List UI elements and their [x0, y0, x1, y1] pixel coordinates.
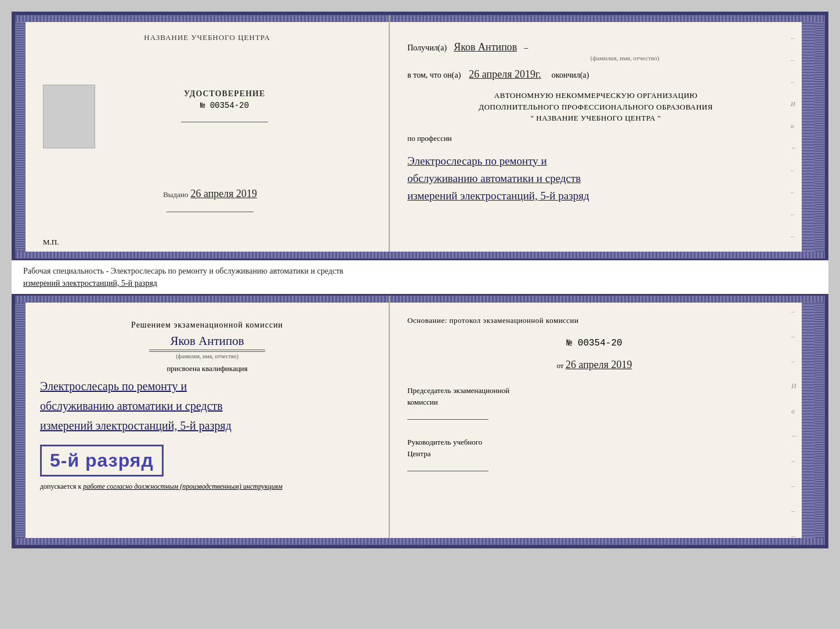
signature-line-top — [181, 122, 268, 122]
vydano-line — [166, 212, 254, 212]
right-dashes: –––Иа←–––– — [791, 27, 797, 247]
center-spine — [802, 15, 814, 259]
recipient-name-top: Яков Антипов — [454, 41, 517, 53]
ot-label: от — [557, 361, 564, 370]
rukovoditel-block: Руководитель учебного Центра — [407, 437, 781, 471]
rukovoditel-line2: Центра — [407, 448, 781, 460]
org-line3: " НАЗВАНИЕ УЧЕБНОГО ЦЕНТРА " — [407, 112, 784, 124]
profession-text: Электрослесарь по ремонту и обслуживанию… — [407, 152, 784, 205]
profession-line1: Электрослесарь по ремонту и — [407, 152, 784, 170]
qual-line2: обслуживанию автоматики и средств — [40, 396, 374, 416]
top-certificate: НАЗВАНИЕ УЧЕБНОГО ЦЕНТРА УДОСТОВЕРЕНИЕ №… — [12, 12, 828, 260]
dopuskaetsya-text: допускается к работе согласно должностны… — [40, 481, 374, 492]
specialty-line2: измерений электростанций, 5-й разряд — [23, 279, 157, 288]
left-spine — [15, 15, 26, 259]
vtom-line: в том, что он(а) 26 апреля 2019г. окончи… — [407, 68, 784, 81]
vydano-block: Выдано 26 апреля 2019 — [43, 188, 377, 212]
qual-line3: измерений электростанций, 5-й разряд — [40, 416, 374, 435]
dopuskaetsya-value: работе согласно должностным (производств… — [83, 482, 283, 490]
udostoverenie-block: УДОСТОВЕРЕНИЕ № 00354-20 — [181, 89, 268, 122]
right-spine-bottom — [814, 296, 825, 545]
certificate-right-page: Получил(а) Яков Антипов – (фамилия, имя,… — [390, 15, 802, 259]
specialty-text-section: Рабочая специальность - Электрослесарь п… — [12, 260, 828, 294]
chairman-line2: комиссии — [407, 397, 781, 408]
qual-line1: Электрослесарь по ремонту и — [40, 376, 374, 396]
org-line1: АВТОНОМНУЮ НЕКОММЕРЧЕСКУЮ ОРГАНИЗАЦИЮ — [407, 90, 784, 101]
udostoverenie-title: УДОСТОВЕРЕНИЕ — [181, 89, 268, 99]
poprofessii-label: по профессии — [407, 134, 784, 143]
vtom-label: в том, что он(а) — [407, 71, 461, 80]
org-name-top: НАЗВАНИЕ УЧЕБНОГО ЦЕНТРА — [144, 32, 270, 43]
protocol-number: № 00354-20 — [407, 338, 781, 348]
cert-number-top: № 00354-20 — [181, 101, 268, 110]
profession-line3: измерений электростанций, 5-й разряд — [407, 187, 784, 205]
number-label: № — [567, 338, 573, 348]
org-line2: ДОПОЛНИТЕЛЬНОГО ПРОФЕССИОНАЛЬНОГО ОБРАЗО… — [407, 101, 784, 113]
bottom-left-page: Решением экзаменационной комиссии Яков А… — [26, 296, 390, 545]
right-spine — [814, 15, 825, 259]
qualification-text: Электрослесарь по ремонту и обслуживанию… — [40, 376, 374, 435]
dash-col-bottom: –––Иа←–––– — [791, 307, 798, 540]
protocol-num-value: 00354-20 — [578, 338, 622, 348]
mp-label: М.П. — [43, 238, 59, 247]
rukovoditel-line1: Руководитель учебного — [407, 437, 781, 448]
profession-line2: обслуживанию автоматики и средств — [407, 170, 784, 187]
org-text-top: АВТОНОМНУЮ НЕКОММЕРЧЕСКУЮ ОРГАНИЗАЦИЮ ДО… — [407, 90, 784, 124]
protocol-date: 26 апреля 2019 — [566, 359, 632, 370]
fio-label-bottom: (фамилия, имя, отчество) — [149, 351, 265, 359]
vydano-label: Выдано — [163, 190, 188, 199]
date-value-top: 26 апреля 2019г. — [469, 68, 541, 81]
fio-handwritten: Яков Антипов — [40, 334, 374, 348]
certificate-left-page: НАЗВАНИЕ УЧЕБНОГО ЦЕНТРА УДОСТОВЕРЕНИЕ №… — [26, 15, 390, 259]
left-spine-bottom — [15, 296, 26, 545]
vydano-date: 26 апреля 2019 — [190, 188, 257, 199]
photo-placeholder — [43, 85, 95, 148]
rukovoditel-signature-line — [407, 471, 488, 471]
osnovanie-title: Основание: протокол экзаменационной коми… — [407, 316, 781, 325]
chairman-signature-line — [407, 419, 488, 420]
chairman-block: Председатель экзаменационной комиссии — [407, 385, 781, 420]
bottom-texture-top — [15, 252, 825, 259]
specialty-line1: Рабочая специальность - Электрослесарь п… — [23, 267, 343, 275]
prisvoyena-text: присвоена квалификация — [40, 364, 374, 373]
fio-label-top: (фамилия, имя, отчество) — [465, 54, 784, 61]
poluchil-label: Получил(а) — [407, 43, 447, 52]
bottom-texture-bottom — [15, 538, 825, 545]
bottom-certificate: Решением экзаменационной комиссии Яков А… — [12, 294, 828, 548]
resheniem-title: Решением экзаменационной комиссии — [40, 319, 374, 331]
chairman-line1: Председатель экзаменационной — [407, 385, 781, 397]
ot-date: от 26 апреля 2019 — [407, 359, 781, 371]
dopuskaetsya-label: допускается к — [40, 482, 81, 490]
okonchil-label: окончил(а) — [552, 71, 589, 80]
center-spine-bottom — [802, 296, 814, 545]
bottom-right-page: Основание: протокол экзаменационной коми… — [390, 296, 802, 545]
razryad-stamp: 5-й разряд — [40, 445, 164, 477]
